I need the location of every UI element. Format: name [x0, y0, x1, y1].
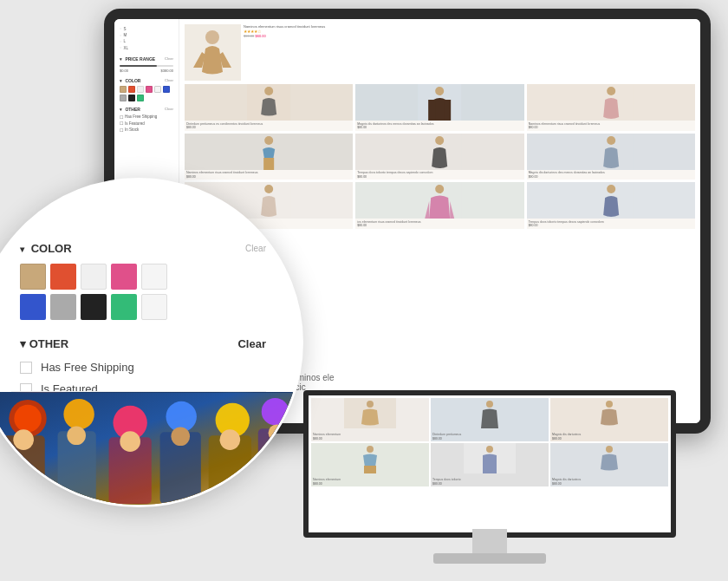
mag-swatch-gray[interactable]: [50, 294, 76, 320]
other-filter-section: ▾ OTHER Clear Has Free Shipping Is Featu…: [120, 107, 173, 133]
product-price: $80.00: [355, 175, 523, 180]
svg-point-39: [63, 399, 94, 429]
size-l[interactable]: L: [120, 38, 173, 44]
product-card[interactable]: Tempus doos toborto tempus decos sapiend…: [355, 134, 523, 180]
svg-rect-31: [364, 466, 376, 473]
svg-point-53: [171, 427, 190, 446]
product-card[interactable]: Magnis dis darturieos des mencs doramita…: [355, 84, 523, 131]
magnified-color-section: ▾ COLOR Clear: [20, 242, 266, 320]
monitor-product-5[interactable]: Tempus doos toborto $80.00: [431, 443, 549, 486]
magnified-other-clear-button[interactable]: Clear: [237, 337, 266, 350]
has-free-shipping-checkbox[interactable]: Has Free Shipping: [20, 361, 266, 374]
magnified-circle: ▾ COLOR Clear ▾: [0, 178, 303, 507]
svg-point-35: [606, 446, 613, 453]
mag-swatch-white2[interactable]: [141, 294, 167, 320]
free-shipping-checkbox-box[interactable]: [20, 362, 32, 374]
price-filter-title: ▾ PRICE RANGE Clear: [120, 56, 173, 62]
color-clear-button[interactable]: Clear: [165, 78, 173, 82]
svg-point-43: [262, 398, 289, 425]
monitor-product-4[interactable]: Naminos elementum $80.00: [311, 443, 429, 486]
monitor-product-grid: Naminos elementum $80.00 Dintedum pretiu…: [309, 395, 671, 489]
magnified-divider: [11, 391, 266, 392]
swatch-orange[interactable]: [128, 86, 135, 93]
size-options: S M L XL: [120, 26, 173, 51]
other-filter-title: ▾ OTHER Clear: [120, 107, 173, 112]
product-price: $80.00: [527, 224, 695, 229]
svg-point-3: [264, 87, 273, 95]
mag-swatch-lightgray[interactable]: [81, 264, 107, 290]
swatch-pink[interactable]: [146, 86, 153, 93]
svg-point-51: [67, 426, 86, 445]
svg-point-38: [14, 405, 41, 432]
mag-swatch-black[interactable]: [81, 294, 107, 320]
product-card[interactable]: Dintedum pretiumeus es condimentos tinci…: [185, 84, 353, 131]
svg-point-52: [120, 431, 140, 452]
color-swatches: [120, 86, 173, 101]
svg-point-54: [220, 429, 241, 450]
monitor-product-1[interactable]: Naminos elementum $80.00: [311, 398, 429, 441]
swatch-white[interactable]: [154, 86, 161, 93]
mag-swatch-green[interactable]: [111, 294, 137, 320]
featured-product-price: $90.00 $60.00: [244, 34, 695, 38]
product-price: $80.00: [355, 224, 523, 229]
product-card[interactable]: Naminos elementum risus cramod tincidunt…: [527, 84, 695, 131]
monitor-screen-inner: Naminos elementum $80.00 Dintedum pretiu…: [309, 395, 671, 532]
other-clear-button[interactable]: Clear: [165, 107, 173, 111]
size-m[interactable]: M: [120, 32, 173, 38]
price-clear-button[interactable]: Clear: [165, 56, 173, 61]
swatch-lightgray[interactable]: [137, 86, 144, 93]
svg-point-24: [367, 401, 374, 408]
mag-swatch-orange[interactable]: [50, 264, 76, 290]
mag-swatch-pink[interactable]: [111, 264, 137, 290]
magnified-color-clear-button[interactable]: Clear: [245, 244, 266, 253]
svg-point-16: [607, 136, 615, 145]
other-arrow-icon: ▾: [20, 337, 26, 350]
featured-product-image: [185, 24, 241, 81]
size-xl[interactable]: XL: [120, 45, 173, 51]
product-card[interactable]: Tempus doos toborto tempus decos sapiend…: [527, 182, 695, 229]
mag-swatch-blue[interactable]: [20, 294, 46, 320]
magnified-color-swatches: [20, 264, 266, 320]
product-price: $80.00: [185, 175, 353, 180]
magnified-other-header: ▾ OTHER Clear: [20, 337, 266, 350]
product-card[interactable]: Magnis dis darturieos des mencs doramita…: [527, 134, 695, 180]
swatch-black[interactable]: [128, 95, 135, 101]
mag-swatch-beige[interactable]: [20, 264, 46, 290]
in-stock-checkbox[interactable]: In Stock: [120, 127, 173, 133]
featured-product-info: Naminos elementum risus cramod tincidunt…: [244, 24, 695, 81]
monitor-screen-area: Naminos elementum $80.00 Dintedum pretiu…: [303, 390, 676, 538]
mag-swatch-white[interactable]: [141, 264, 167, 290]
product-card[interactable]: Naminos elementum risus cramod tincidunt…: [185, 134, 353, 180]
product-card[interactable]: ios elementum risus cramod tincidunt lor…: [355, 182, 523, 229]
monitor-product-3[interactable]: Magnis dis darturieos $80.00: [550, 398, 668, 441]
price-range-slider[interactable]: $0.00 $380.00: [120, 65, 173, 73]
color-arrow-icon: ▾: [20, 245, 24, 254]
svg-rect-6: [428, 100, 435, 121]
size-filter-section: S M L XL: [120, 26, 173, 51]
svg-point-9: [607, 87, 615, 95]
svg-point-20: [435, 185, 444, 193]
size-s[interactable]: S: [120, 26, 173, 32]
monitor-stand: [472, 529, 507, 555]
svg-point-55: [269, 424, 286, 441]
monitor-product-2[interactable]: Dintedum pretiumeus $80.00: [431, 398, 549, 441]
swatch-gray[interactable]: [120, 95, 127, 101]
is-featured-checkbox[interactable]: Is Featured: [120, 121, 173, 126]
monitor-device: Naminos elementum $80.00 Dintedum pretiu…: [303, 390, 728, 581]
svg-point-50: [13, 429, 34, 450]
svg-rect-7: [444, 100, 451, 121]
product-price: $80.00: [527, 126, 695, 131]
price-max: $380.00: [161, 69, 173, 73]
swatch-beige[interactable]: [120, 86, 127, 93]
free-shipping-label: Has Free Shipping: [41, 361, 134, 374]
swatch-green[interactable]: [137, 95, 144, 101]
free-shipping-checkbox[interactable]: Has Free Shipping: [120, 114, 173, 120]
svg-point-30: [367, 446, 374, 453]
svg-point-28: [606, 401, 613, 408]
featured-product: Naminos elementum risus cramod tincidunt…: [185, 24, 695, 81]
svg-point-11: [264, 136, 273, 145]
magnified-color-header: ▾ COLOR Clear: [20, 242, 266, 255]
swatch-blue[interactable]: [163, 86, 170, 93]
monitor-product-6[interactable]: Magnis dis darturieos $80.00: [550, 443, 668, 486]
magnified-bottom-image: [0, 392, 301, 505]
